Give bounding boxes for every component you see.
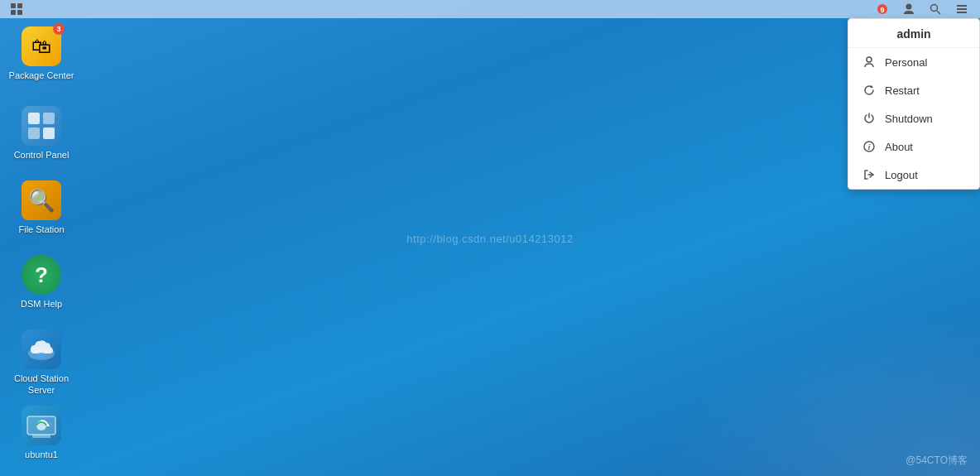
apps-grid-icon[interactable] (5, 0, 28, 18)
notification-icon[interactable]: 9 (871, 0, 894, 18)
dropdown-restart[interactable]: Restart (848, 76, 979, 104)
desktop-icon-file-station[interactable]: 🔍 File Station (8, 180, 74, 235)
shutdown-icon (862, 111, 877, 126)
svg-rect-6 (957, 8, 967, 10)
desktop-icon-ubuntu1[interactable]: ubuntu1 (8, 406, 74, 460)
svg-rect-9 (43, 113, 55, 124)
menu-icon[interactable] (950, 0, 973, 18)
svg-text:i: i (868, 143, 871, 151)
dsm-help-label: DSM Help (21, 298, 62, 310)
package-center-icon-img: 🛍 3 (22, 26, 61, 66)
restart-label: Restart (885, 84, 920, 97)
ubuntu1-label: ubuntu1 (25, 449, 58, 460)
about-icon: i (862, 139, 877, 154)
dropdown-shutdown[interactable]: Shutdown (848, 104, 979, 132)
dropdown-about[interactable]: i About (848, 132, 979, 161)
cloud-station-label: Cloud Station Server (2, 373, 81, 397)
dsm-help-icon-img: ? (22, 255, 61, 295)
package-badge: 3 (53, 23, 65, 35)
restart-icon (862, 83, 877, 98)
svg-text:9: 9 (880, 6, 884, 14)
desktop-icon-package-center[interactable]: 🛍 3 Package Center (8, 26, 74, 81)
control-panel-label: Control Panel (14, 149, 70, 161)
dropdown-username: admin (848, 19, 979, 48)
logout-label: Logout (885, 169, 918, 181)
svg-point-2 (906, 4, 912, 10)
search-icon[interactable] (924, 0, 947, 18)
dropdown-logout[interactable]: Logout (848, 161, 979, 189)
watermark-bottom-right: @54CTO博客 (906, 454, 968, 468)
svg-rect-10 (28, 127, 40, 139)
taskbar: 9 (0, 0, 980, 18)
control-panel-icon-img (22, 106, 61, 146)
ubuntu1-icon-img (22, 406, 61, 445)
svg-rect-14 (32, 435, 50, 438)
about-label: About (885, 141, 913, 153)
svg-rect-7 (957, 12, 967, 13)
desktop-icon-control-panel[interactable]: Control Panel (8, 106, 74, 161)
desktop-icon-dsm-help[interactable]: ? DSM Help (8, 255, 74, 310)
user-account-icon[interactable] (897, 0, 920, 18)
desktop-icon-cloud-station-server[interactable]: Cloud Station Server (2, 329, 81, 397)
shutdown-label: Shutdown (885, 113, 933, 125)
file-station-label: File Station (18, 224, 64, 235)
personal-icon (862, 55, 877, 70)
taskbar-left (0, 0, 28, 18)
dropdown-personal[interactable]: Personal (848, 48, 979, 76)
package-center-label: Package Center (9, 70, 74, 81)
logout-icon (862, 167, 877, 182)
cloud-station-icon-img (22, 329, 61, 369)
svg-point-17 (867, 57, 872, 62)
svg-line-4 (937, 11, 940, 14)
svg-rect-8 (28, 113, 40, 124)
svg-point-3 (931, 5, 938, 12)
svg-rect-11 (43, 127, 55, 139)
watermark-center: http://blog.csdn.net/u014213012 (406, 232, 573, 244)
taskbar-right: 9 (871, 0, 980, 18)
personal-label: Personal (885, 56, 927, 69)
desktop: 9 (0, 0, 980, 476)
file-station-icon-img: 🔍 (22, 180, 61, 220)
user-dropdown-menu: admin Personal Restart (848, 18, 980, 190)
svg-rect-5 (957, 5, 967, 7)
